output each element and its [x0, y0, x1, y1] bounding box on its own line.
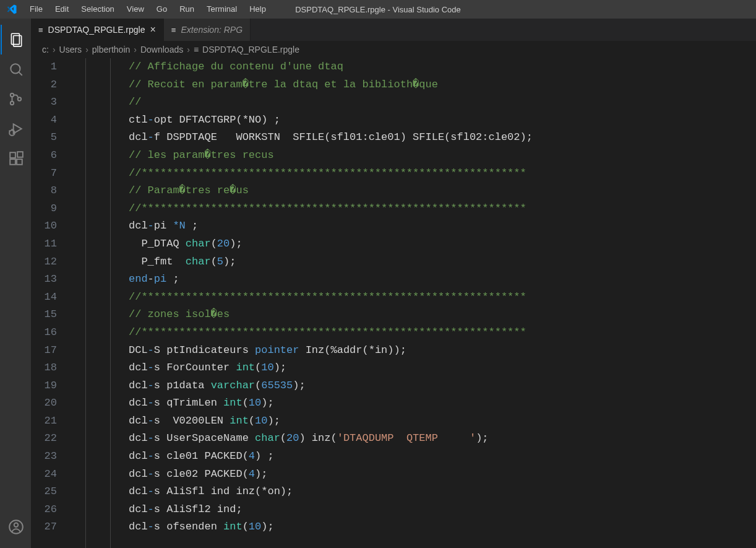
line-number: 12	[31, 253, 57, 271]
code-line[interactable]: dcl-s qTrimLen int(10);	[129, 394, 756, 412]
line-number: 15	[31, 306, 57, 324]
line-number: 17	[31, 342, 57, 360]
activity-explorer-icon[interactable]	[1, 25, 30, 54]
line-number: 27	[31, 518, 57, 536]
menu-item-selection[interactable]: Selection	[76, 0, 119, 19]
line-number: 6	[31, 147, 57, 165]
breadcrumb-segment[interactable]: Users	[59, 45, 82, 54]
code-line[interactable]: //**************************************…	[129, 165, 756, 183]
svg-point-2	[11, 64, 20, 73]
line-number: 1	[31, 58, 57, 76]
svg-rect-11	[10, 152, 15, 158]
line-number-gutter: 1234567891011121314151617181920212223242…	[31, 58, 73, 548]
activity-extensions-icon[interactable]	[1, 144, 30, 173]
code-line[interactable]: dcl-s V0200LEN int(10);	[129, 412, 756, 430]
activity-run-debug-icon[interactable]	[1, 114, 30, 144]
breadcrumb-segment[interactable]: DSPDTAQ_RPGLE.rpgle	[202, 45, 299, 54]
activity-accounts-icon[interactable]	[1, 512, 30, 542]
code-line[interactable]: dcl-s UserSpaceName char(20) inz('DTAQDU…	[129, 430, 756, 448]
line-number: 5	[31, 129, 57, 147]
vscode-logo-icon	[6, 4, 17, 15]
code-line[interactable]: DCL-S ptIndicateurs pointer Inz(%addr(*i…	[129, 342, 756, 360]
menu-item-help[interactable]: Help	[244, 0, 271, 19]
activity-bar	[0, 19, 31, 548]
line-number: 2	[31, 76, 57, 94]
svg-point-16	[14, 523, 19, 528]
editor-tab[interactable]: ≡DSPDTAQ_RPGLE.rpgle×	[31, 19, 164, 41]
menu-item-run[interactable]: Run	[174, 0, 199, 19]
code-line[interactable]: // Param�tres re�us	[129, 182, 756, 200]
chevron-right-icon: ›	[134, 45, 137, 54]
file-icon: ≡	[171, 25, 176, 35]
breadcrumb-segment[interactable]: c:	[42, 45, 49, 54]
menu-item-terminal[interactable]: Terminal	[202, 0, 242, 19]
code-content[interactable]: // Affichage du contenu d'une dtaq// Rec…	[129, 58, 756, 548]
menu-item-file[interactable]: File	[25, 0, 48, 19]
code-line[interactable]: dcl-s ofsenden int(10);	[129, 518, 756, 536]
line-number: 21	[31, 412, 57, 430]
editor-group: ≡DSPDTAQ_RPGLE.rpgle×≡Extension: RPG c:›…	[31, 19, 756, 548]
code-line[interactable]: // Affichage du contenu d'une dtaq	[129, 58, 756, 76]
svg-rect-13	[17, 159, 22, 165]
menu-item-view[interactable]: View	[122, 0, 149, 19]
indent-guides	[73, 58, 129, 548]
breadcrumb-segment[interactable]: plberthoin	[92, 45, 131, 54]
line-number: 23	[31, 448, 57, 466]
code-line[interactable]: dcl-f DSPDTAQE WORKSTN SFILE(sfl01:cle01…	[129, 129, 756, 147]
code-line[interactable]: //**************************************…	[129, 289, 756, 307]
line-number: 13	[31, 271, 57, 289]
tab-label: DSPDTAQ_RPGLE.rpgle	[48, 25, 145, 35]
code-line[interactable]: dcl-s ForCounter int(10);	[129, 359, 756, 377]
code-line[interactable]: P_fmt char(5);	[129, 253, 756, 271]
chevron-right-icon: ›	[187, 45, 190, 54]
code-line[interactable]: // les param�tres recus	[129, 147, 756, 165]
line-number: 16	[31, 324, 57, 342]
svg-rect-14	[17, 152, 23, 157]
code-line[interactable]: //	[129, 94, 756, 111]
code-line[interactable]: dcl-s AliSfl2 ind;	[129, 501, 756, 519]
svg-point-4	[11, 94, 14, 97]
code-line[interactable]: // zones isol�es	[129, 306, 756, 324]
code-line[interactable]: dcl-s cle01 PACKED(4) ;	[129, 448, 756, 466]
line-number: 20	[31, 394, 57, 412]
code-editor[interactable]: 1234567891011121314151617181920212223242…	[31, 58, 756, 548]
line-number: 22	[31, 430, 57, 448]
svg-point-6	[18, 97, 21, 100]
svg-line-10	[9, 131, 11, 132]
line-number: 4	[31, 111, 57, 129]
window-title: DSPDTAQ_RPGLE.rpgle - Visual Studio Code	[295, 5, 461, 14]
code-line[interactable]: dcl-pi *N ;	[129, 217, 756, 235]
file-icon: ≡	[38, 25, 43, 35]
svg-line-3	[19, 72, 22, 75]
code-line[interactable]: //**************************************…	[129, 324, 756, 342]
line-number: 11	[31, 235, 57, 253]
line-number: 10	[31, 217, 57, 235]
code-line[interactable]: end-pi ;	[129, 271, 756, 289]
breadcrumb-segment[interactable]: Downloads	[140, 45, 183, 54]
line-number: 18	[31, 359, 57, 377]
svg-rect-12	[10, 159, 15, 165]
editor-tab[interactable]: ≡Extension: RPG	[164, 19, 251, 41]
menu-item-edit[interactable]: Edit	[50, 0, 74, 19]
activity-source-control-icon[interactable]	[1, 84, 30, 114]
code-line[interactable]: dcl-s cle02 PACKED(4);	[129, 466, 756, 484]
code-line[interactable]: dcl-s AliSfl ind inz(*on);	[129, 483, 756, 501]
close-icon[interactable]: ×	[150, 25, 156, 35]
code-line[interactable]: // Recoit en param�tre la dtaq et la bib…	[129, 76, 756, 94]
line-number: 19	[31, 377, 57, 395]
breadcrumb[interactable]: c:›Users›plberthoin›Downloads›≡DSPDTAQ_R…	[31, 41, 756, 58]
line-number: 24	[31, 466, 57, 484]
file-icon: ≡	[194, 45, 199, 54]
line-number: 3	[31, 94, 57, 111]
line-number: 14	[31, 289, 57, 307]
menu-item-go[interactable]: Go	[152, 0, 172, 19]
tab-bar: ≡DSPDTAQ_RPGLE.rpgle×≡Extension: RPG	[31, 19, 756, 41]
line-number: 25	[31, 483, 57, 501]
activity-search-icon[interactable]	[1, 54, 30, 84]
code-line[interactable]: P_DTAQ char(20);	[129, 235, 756, 253]
code-line[interactable]: ctl-opt DFTACTGRP(*NO) ;	[129, 111, 756, 129]
line-number: 7	[31, 165, 57, 183]
code-line[interactable]: dcl-s p1data varchar(65535);	[129, 377, 756, 395]
code-line[interactable]: //**************************************…	[129, 200, 756, 218]
chevron-right-icon: ›	[85, 45, 88, 54]
